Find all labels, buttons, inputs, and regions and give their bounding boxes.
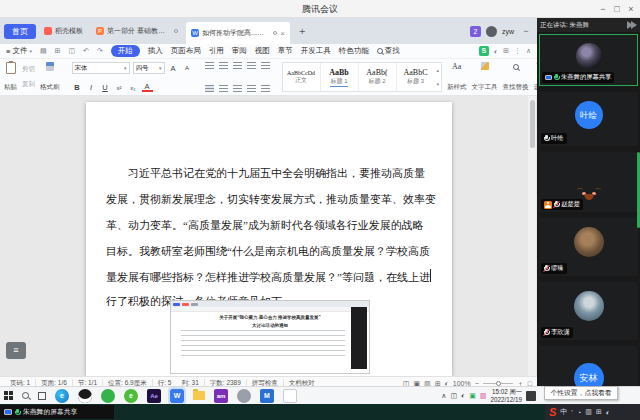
home-button[interactable]: 首页 — [4, 24, 36, 39]
paste-button[interactable]: 粘贴 — [4, 61, 17, 93]
underline-button[interactable]: U — [100, 83, 111, 92]
minimize-icon[interactable]: − — [596, 0, 610, 18]
scrollbar-thumb[interactable] — [530, 100, 535, 148]
embedded-screenshot[interactable]: 关于开展“强心聚力 凝心合力 推进学校高质量发展” 大讨论活动的通知 — [170, 300, 370, 374]
taskbar-clock[interactable]: 15:02 周一 2022/12/19 — [490, 388, 522, 404]
menu-review[interactable]: 审阅 — [232, 46, 247, 56]
style-heading2[interactable]: AaBb( 标题 2 — [359, 63, 397, 91]
participant-tile[interactable]: 李欣潇 — [539, 282, 638, 340]
sync-icon[interactable]: ◐ — [494, 48, 498, 55]
save-icon[interactable]: ▤ — [40, 47, 47, 55]
print-icon[interactable]: ⊞ — [55, 47, 61, 55]
menu-insert[interactable]: 插入 — [148, 46, 163, 56]
grid-icon[interactable]: ⊞ — [503, 47, 509, 55]
bold-button[interactable]: B — [72, 83, 83, 92]
taskbar-app-edge[interactable]: e — [55, 389, 69, 403]
zoom-slider[interactable] — [483, 383, 513, 384]
tab-document-active[interactable]: W 如何推动学院高...艺术教研室 × — [186, 22, 290, 44]
taskbar-app-wechat[interactable] — [101, 389, 115, 403]
ime-emoji-icon[interactable]: ◔ — [577, 409, 581, 416]
ime-mode[interactable]: 中 — [560, 407, 567, 417]
notification-center-icon[interactable] — [526, 391, 536, 401]
screenshare-indicator[interactable]: 朱燕舞的屏幕共享 — [0, 405, 114, 419]
taskbar-app-after-effects[interactable]: Ae — [147, 389, 161, 403]
tab-docer[interactable]: 稻壳模板 — [39, 23, 88, 39]
maximize-icon[interactable]: □ — [610, 0, 624, 18]
menu-home[interactable]: 开始 — [111, 45, 140, 57]
taskbar-app-m[interactable]: M — [260, 389, 274, 403]
tray-network-icon[interactable]: ◐ — [461, 392, 465, 399]
tray-expand-icon[interactable]: ∧ — [441, 392, 446, 400]
taskbar-app-360[interactable]: e — [124, 389, 138, 403]
shrink-font-button[interactable]: A — [182, 65, 193, 71]
justify-icon[interactable] — [247, 85, 256, 92]
find-replace-button[interactable]: 查找替换 — [503, 61, 529, 93]
copy-button[interactable]: 复制 — [22, 80, 35, 89]
more-icon[interactable]: ⋮ — [514, 47, 521, 55]
format-painter-button[interactable]: 格式刷 — [40, 61, 60, 93]
align-center-icon[interactable] — [219, 85, 228, 92]
participant-tile[interactable]: 叶绘 叶绘 — [539, 92, 638, 146]
gallery-scroll[interactable]: ▴ ▾ — [435, 63, 442, 91]
sogou-logo[interactable]: S — [549, 406, 556, 418]
menu-view[interactable]: 视图 — [255, 46, 270, 56]
user-avatar[interactable] — [486, 26, 497, 37]
superscript-button[interactable]: x² — [114, 85, 125, 91]
collapse-ribbon-icon[interactable]: ∧ — [526, 47, 531, 55]
ime-toolbox-icon[interactable]: ⊞ — [596, 408, 602, 416]
new-style-button[interactable]: Aa 新样式 — [447, 61, 467, 93]
redo-icon[interactable]: ↷ — [97, 47, 103, 55]
zoom-knob[interactable] — [496, 381, 501, 386]
collab-badge[interactable]: 2 — [470, 26, 481, 37]
subscript-button[interactable]: x₂ — [128, 85, 139, 91]
indent-icon[interactable] — [247, 62, 256, 69]
taskbar-app-notes[interactable] — [283, 389, 297, 403]
taskbar-search-icon[interactable] — [22, 392, 29, 399]
style-normal[interactable]: AaBbCcDd 正文 — [283, 63, 321, 91]
grow-font-button[interactable]: A — [168, 64, 179, 73]
menu-page-layout[interactable]: 页面布局 — [171, 46, 201, 56]
document-page[interactable]: 习近平总书记在党的十九届五中全会明确指出，要推动高质量 发展，贯彻新发展理念，切… — [86, 102, 452, 376]
ime-skin-icon[interactable]: ◐ — [606, 409, 610, 416]
numbered-list-icon[interactable] — [219, 62, 228, 69]
italic-button[interactable]: I — [86, 83, 97, 92]
menu-references[interactable]: 引用 — [209, 46, 224, 56]
undo-icon[interactable]: ↶ — [83, 47, 89, 55]
tray-pink-icon[interactable]: ▥ — [480, 392, 487, 400]
style-heading3[interactable]: AaBbC 标题 3 — [397, 63, 435, 91]
outdent-icon[interactable] — [233, 62, 242, 69]
menu-dev-tools[interactable]: 开发工具 — [301, 46, 331, 56]
ime-punct[interactable]: ’ — [571, 409, 573, 416]
tray-display-icon[interactable]: ◫ — [450, 392, 457, 400]
wps-minimize-icon[interactable]: − — [519, 25, 533, 37]
tab-presentation[interactable]: P 第一部分 基础教学部分(4课时) — [91, 23, 183, 39]
outline-toggle-button[interactable]: ≡ — [6, 342, 26, 359]
menu-section[interactable]: 章节 — [278, 46, 293, 56]
font-size-select[interactable]: 四号 ▾ — [133, 62, 165, 74]
share-icon[interactable]: S — [479, 46, 489, 56]
sidebar-scrollbar-thumb[interactable] — [637, 152, 640, 228]
participant-tile[interactable]: 赵楚楚 — [539, 152, 638, 212]
line-spacing-icon[interactable] — [261, 85, 270, 92]
taskbar-file-explorer[interactable] — [193, 391, 205, 400]
taskbar-app-gray[interactable] — [237, 389, 251, 403]
document-scrollbar[interactable] — [528, 96, 536, 376]
cut-button[interactable]: 剪切 — [22, 65, 35, 74]
align-left-icon[interactable] — [205, 85, 214, 92]
scroll-up-icon[interactable]: ▴ — [437, 67, 440, 73]
participant-tile-screenshare[interactable]: 朱燕舞的屏幕共享 — [539, 34, 638, 86]
tray-green-icon[interactable]: ▣ — [469, 392, 476, 400]
start-button[interactable] — [4, 391, 13, 400]
file-menu[interactable]: ≡ 文件 ▾ — [6, 46, 32, 56]
tab-close-icon[interactable]: × — [280, 29, 285, 38]
align-right-icon[interactable] — [233, 85, 242, 92]
preview-icon[interactable]: ◫ — [68, 47, 75, 55]
menu-find[interactable]: 查找 — [377, 46, 400, 56]
input-method-bar[interactable]: S 中 ’ ◔ ▥ ⊞ ◐ — [545, 404, 640, 420]
font-name-select[interactable]: 宋体 ▾ — [72, 62, 130, 74]
taskbar-app-qq[interactable] — [78, 389, 92, 403]
style-heading1[interactable]: AaBb 标题 1 — [321, 63, 359, 91]
taskbar-app-axure[interactable]: am — [214, 389, 228, 403]
new-tab-button[interactable]: ＋ — [293, 24, 311, 38]
sort-icon[interactable] — [261, 62, 270, 69]
